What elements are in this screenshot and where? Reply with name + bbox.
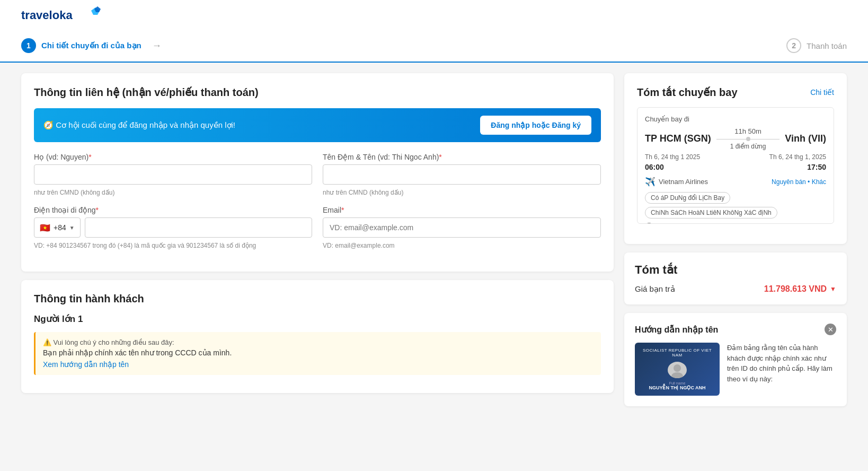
left-panel: Thông tin liên hệ (nhận vé/phiếu thanh t…	[21, 73, 614, 406]
phone-label: Điện thoại di động*	[34, 206, 312, 214]
policy-tag-1: Có áP DuNg đổi LịCh Bay	[645, 192, 730, 204]
price-chevron-icon: ▼	[830, 285, 836, 293]
last-name-label: Họ (vd: Nguyen)*	[34, 153, 312, 161]
phone-country-selector[interactable]: 🇻🇳 +84 ▼	[34, 217, 81, 238]
contact-section-title: Thông tin liên hệ (nhận vé/phiếu thanh t…	[34, 86, 601, 99]
passenger-type: Người lớn 1	[34, 313, 601, 325]
arrive-date: Th 6, 24 thg 1, 2025	[769, 153, 826, 161]
depart-date: Th 6, 24 thg 1 2025	[645, 153, 700, 161]
airline-name: ✈️ Vietnam Airlines	[645, 177, 708, 187]
warning-text: Bạn phải nhập chính xác tên như trong CC…	[43, 348, 594, 357]
first-name-label: Tên Đệm & Tên (vd: Thi Ngoc Anh)*	[323, 153, 601, 161]
stops-label: 1 điểm dừng	[730, 143, 766, 150]
guide-title: Hướng dẫn nhập tên	[635, 325, 718, 335]
duration-line	[716, 137, 780, 141]
origin-city: TP HCM (SGN)	[645, 133, 711, 144]
contact-info-card: Thông tin liên hệ (nhận vé/phiếu thanh t…	[21, 73, 614, 272]
price-amount: 11.798.613 VND	[764, 284, 827, 294]
svg-point-4	[671, 372, 683, 378]
login-banner-text: 🧭 Cơ hội cuối cùng để đăng nhập và nhận …	[43, 120, 235, 130]
first-name-hint: như trên CMND (không dấu)	[323, 189, 601, 196]
detail-link[interactable]: Chi tiết	[810, 88, 834, 97]
tom-tat-card: Tóm tắt Giá bạn trả 11.798.613 VND ▼	[624, 252, 847, 304]
id-card-avatar	[668, 362, 687, 378]
guide-content: SOCIALIST REPUBLIC OF VIET NAM Full name…	[635, 343, 836, 396]
tom-tat-title: Tóm tắt	[635, 263, 836, 277]
flight-details-scroll[interactable]: Chuyến bay đi TP HCM (SGN) 11h 50m 1 điể…	[637, 107, 834, 224]
flight-times: 06:00 17:50	[645, 163, 826, 171]
policy-tags: Có áP DuNg đổi LịCh Bay ChíNh SáCh HoàN …	[645, 192, 826, 219]
step2-circle: 2	[786, 38, 801, 53]
policy-tag-2: ChíNh SáCh HoàN LtiêN KhôNg XáC địNh	[645, 207, 777, 219]
logo-svg: traveloka	[21, 6, 106, 23]
phone-hint: VD: +84 901234567 trong đó (+84) là mã q…	[34, 242, 312, 249]
phone-group: Điện thoại di động* 🇻🇳 +84 ▼ VD: +84 901…	[34, 206, 312, 249]
stopover-info: i Dừng và làm thủ tục bay ở Hà Nội (8h 5…	[645, 223, 826, 224]
flight-duration: 11h 50m 1 điểm dừng	[716, 127, 780, 150]
ticket-type: Nguyên bán • Khác	[772, 178, 826, 186]
passenger-section-title: Thông tin hành khách	[34, 293, 601, 305]
flight-summary-card: Tóm tắt chuyến bay Chi tiết Chuyến bay đ…	[624, 73, 847, 244]
airline-row: ✈️ Vietnam Airlines Nguyên bán • Khác	[645, 177, 826, 187]
flight-route: TP HCM (SGN) 11h 50m 1 điểm dừng Vinh (V…	[645, 127, 826, 150]
airline-icon: ✈️	[645, 177, 656, 187]
summary-header: Tóm tắt chuyến bay Chi tiết	[637, 86, 834, 99]
step1-label: Chi tiết chuyến đi của bạn	[41, 41, 141, 50]
flight-summary-title: Tóm tắt chuyến bay	[637, 86, 738, 99]
right-panel: Tóm tắt chuyến bay Chi tiết Chuyến bay đ…	[624, 73, 847, 406]
email-input[interactable]	[323, 217, 601, 238]
stop-dot	[746, 137, 750, 141]
id-card-name: NGUYỄN THỊ NGỌC ANH	[649, 385, 705, 390]
flight-dates: Th 6, 24 thg 1 2025 Th 6, 24 thg 1, 2025	[645, 153, 826, 161]
last-name-hint: như trên CMND (không dấu)	[34, 189, 312, 196]
line-left	[716, 139, 746, 139]
last-name-input[interactable]	[34, 164, 312, 185]
step2-label: Thanh toán	[807, 41, 847, 50]
stepper: 1 Chi tiết chuyến đi của bạn → 2 Thanh t…	[0, 30, 868, 63]
step-2: 2 Thanh toán	[786, 38, 847, 53]
guide-card: Hướng dẫn nhập tên ✕ SOCIALIST REPUBLIC …	[624, 313, 847, 406]
warning-box: ⚠️ Vui lòng chú ý cho những điều sau đây…	[34, 332, 601, 375]
passenger-card: Thông tin hành khách Người lớn 1 ⚠️ Vui …	[21, 280, 614, 393]
depart-time: 06:00	[645, 163, 664, 171]
phone-wrapper: 🇻🇳 +84 ▼	[34, 217, 312, 238]
logo: traveloka	[21, 6, 106, 23]
step-arrow: →	[152, 40, 162, 51]
last-name-group: Họ (vd: Nguyen)* như trên CMND (không dấ…	[34, 153, 312, 196]
price-row: Giá bạn trả 11.798.613 VND ▼	[635, 284, 836, 294]
close-guide-button[interactable]: ✕	[825, 324, 836, 335]
login-button[interactable]: Đăng nhập hoặc Đăng ký	[480, 116, 591, 135]
login-banner: 🧭 Cơ hội cuối cùng để đăng nhập và nhận …	[34, 108, 601, 142]
guide-text: Đảm bảng rằng tên của hành khách được nh…	[727, 343, 836, 396]
flight-direction: Chuyến bay đi	[645, 115, 826, 123]
header: traveloka	[0, 0, 868, 30]
price-label: Giá bạn trả	[635, 284, 675, 294]
price-value[interactable]: 11.798.613 VND ▼	[764, 284, 836, 294]
phone-email-row: Điện thoại di động* 🇻🇳 +84 ▼ VD: +84 901…	[34, 206, 601, 249]
destination-city: Vinh (VII)	[785, 133, 826, 144]
email-label: Email*	[323, 206, 601, 214]
svg-point-3	[674, 364, 681, 372]
id-card-header: SOCIALIST REPUBLIC OF VIET NAM	[640, 348, 714, 357]
first-name-input[interactable]	[323, 164, 601, 185]
see-guide-link[interactable]: Xem hướng dẫn nhập tên	[43, 360, 129, 369]
chevron-down-icon: ▼	[69, 225, 75, 231]
id-card-image: SOCIALIST REPUBLIC OF VIET NAM Full name…	[635, 343, 720, 396]
vn-flag-icon: 🇻🇳	[40, 223, 50, 233]
line-right	[750, 139, 780, 139]
id-name-label: Full name	[669, 381, 686, 385]
step1-circle: 1	[21, 38, 36, 53]
svg-text:traveloka: traveloka	[21, 8, 73, 22]
phone-number-input[interactable]	[85, 217, 312, 238]
duration-text: 11h 50m	[734, 127, 761, 135]
guide-header: Hướng dẫn nhập tên ✕	[635, 324, 836, 335]
email-hint: VD: email@example.com	[323, 242, 601, 249]
warning-title: ⚠️ Vui lòng chú ý cho những điều sau đây…	[43, 338, 594, 346]
info-icon: i	[645, 223, 653, 224]
first-name-group: Tên Đệm & Tên (vd: Thi Ngoc Anh)* như tr…	[323, 153, 601, 196]
phone-code: +84	[54, 223, 66, 232]
arrive-time: 17:50	[807, 163, 826, 171]
email-group: Email* VD: email@example.com	[323, 206, 601, 249]
main-content: Thông tin liên hệ (nhận vé/phiếu thanh t…	[0, 63, 868, 417]
name-fields-row: Họ (vd: Nguyen)* như trên CMND (không dấ…	[34, 153, 601, 196]
